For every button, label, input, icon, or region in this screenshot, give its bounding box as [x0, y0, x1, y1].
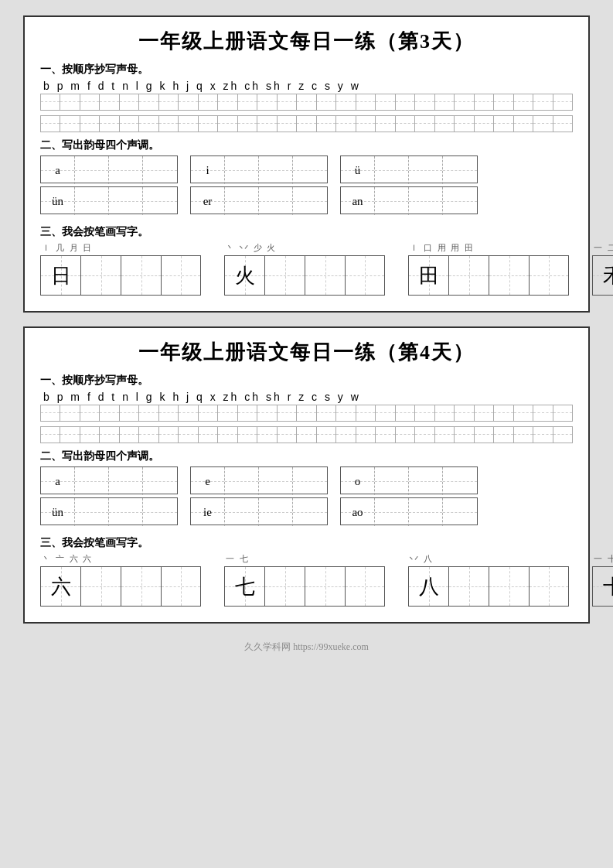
write-cell[interactable]: [40, 94, 60, 111]
tone-input-cell[interactable]: [225, 156, 259, 184]
tone-input-cell[interactable]: [375, 156, 409, 184]
write-cell[interactable]: [40, 115, 60, 132]
tone-input-cell[interactable]: [143, 187, 177, 215]
tone-input-cell[interactable]: [259, 467, 293, 495]
tone-input-cell[interactable]: [225, 187, 259, 215]
tone-input-cell[interactable]: [75, 187, 109, 215]
write-cell[interactable]: [533, 426, 552, 443]
write-cell[interactable]: [513, 115, 533, 132]
write-cell[interactable]: [60, 426, 79, 443]
write-cell[interactable]: [296, 426, 315, 443]
tone-input-cell[interactable]: [443, 498, 477, 526]
tone-input-cell[interactable]: [225, 467, 259, 495]
write-cell[interactable]: [335, 94, 355, 111]
write-cell[interactable]: [99, 426, 118, 443]
write-cell[interactable]: [277, 405, 296, 422]
write-cell[interactable]: [138, 405, 158, 422]
write-cell[interactable]: [493, 115, 513, 132]
write-cell[interactable]: [474, 94, 493, 111]
write-cell[interactable]: [395, 115, 414, 132]
write-cell[interactable]: [395, 405, 414, 422]
tone-input-cell[interactable]: [259, 498, 293, 526]
write-cell[interactable]: [513, 426, 533, 443]
write-cell[interactable]: [493, 94, 513, 111]
char-write-cell[interactable]: [448, 566, 489, 607]
tone-input-cell[interactable]: [143, 467, 177, 495]
write-cell[interactable]: [277, 115, 296, 132]
char-write-cell[interactable]: [489, 255, 529, 296]
write-cell[interactable]: [257, 94, 276, 111]
char-write-cell[interactable]: [448, 255, 489, 296]
write-cell[interactable]: [60, 115, 79, 132]
write-cell[interactable]: [138, 115, 158, 132]
write-cell[interactable]: [296, 405, 315, 422]
write-cell[interactable]: [375, 94, 394, 111]
write-cell[interactable]: [296, 94, 315, 111]
write-cell[interactable]: [80, 115, 99, 132]
tone-input-cell[interactable]: [225, 498, 259, 526]
tone-input-cell[interactable]: [409, 187, 443, 215]
write-cell[interactable]: [178, 94, 197, 111]
write-cell[interactable]: [198, 115, 217, 132]
write-cell[interactable]: [375, 426, 394, 443]
char-write-cell[interactable]: [80, 566, 121, 607]
write-cell[interactable]: [99, 115, 118, 132]
write-cell[interactable]: [119, 405, 138, 422]
write-cell[interactable]: [296, 115, 315, 132]
tone-input-cell[interactable]: [375, 498, 409, 526]
write-cell[interactable]: [198, 426, 217, 443]
write-cell[interactable]: [493, 426, 513, 443]
char-write-cell[interactable]: [345, 566, 385, 607]
write-cell[interactable]: [198, 94, 217, 111]
write-cell[interactable]: [80, 426, 99, 443]
write-cell[interactable]: [335, 426, 355, 443]
write-cell[interactable]: [533, 405, 552, 422]
tone-input-cell[interactable]: [109, 498, 143, 526]
write-cell[interactable]: [237, 405, 257, 422]
write-cell[interactable]: [316, 426, 335, 443]
write-cell[interactable]: [257, 115, 276, 132]
write-cell[interactable]: [178, 405, 197, 422]
write-cell[interactable]: [375, 115, 394, 132]
tone-input-cell[interactable]: [75, 467, 109, 495]
write-cell[interactable]: [553, 426, 573, 443]
tone-input-cell[interactable]: [109, 156, 143, 184]
write-cell[interactable]: [414, 115, 434, 132]
write-cell[interactable]: [217, 426, 237, 443]
write-cell[interactable]: [395, 94, 414, 111]
write-cell[interactable]: [60, 405, 79, 422]
write-cell[interactable]: [356, 115, 375, 132]
char-write-cell[interactable]: [264, 255, 305, 296]
write-cell[interactable]: [553, 115, 573, 132]
write-cell[interactable]: [198, 405, 217, 422]
write-cell[interactable]: [454, 405, 473, 422]
tone-input-cell[interactable]: [143, 498, 177, 526]
tone-input-cell[interactable]: [75, 498, 109, 526]
tone-input-cell[interactable]: [443, 156, 477, 184]
write-cell[interactable]: [158, 405, 178, 422]
write-cell[interactable]: [40, 405, 60, 422]
write-cell[interactable]: [80, 94, 99, 111]
write-cell[interactable]: [237, 426, 257, 443]
write-cell[interactable]: [119, 426, 138, 443]
char-write-cell[interactable]: [345, 255, 385, 296]
write-cell[interactable]: [277, 94, 296, 111]
tone-input-cell[interactable]: [409, 156, 443, 184]
write-cell[interactable]: [414, 405, 434, 422]
write-cell[interactable]: [316, 115, 335, 132]
write-cell[interactable]: [277, 426, 296, 443]
char-write-cell[interactable]: [161, 255, 201, 296]
write-cell[interactable]: [217, 405, 237, 422]
write-cell[interactable]: [356, 426, 375, 443]
write-cell[interactable]: [138, 94, 158, 111]
write-cell[interactable]: [356, 405, 375, 422]
char-write-cell[interactable]: [121, 255, 161, 296]
write-cell[interactable]: [474, 405, 493, 422]
write-cell[interactable]: [119, 115, 138, 132]
write-cell[interactable]: [474, 426, 493, 443]
write-cell[interactable]: [257, 426, 276, 443]
write-cell[interactable]: [158, 94, 178, 111]
char-write-cell[interactable]: [529, 566, 569, 607]
write-cell[interactable]: [434, 426, 454, 443]
tone-input-cell[interactable]: [409, 467, 443, 495]
